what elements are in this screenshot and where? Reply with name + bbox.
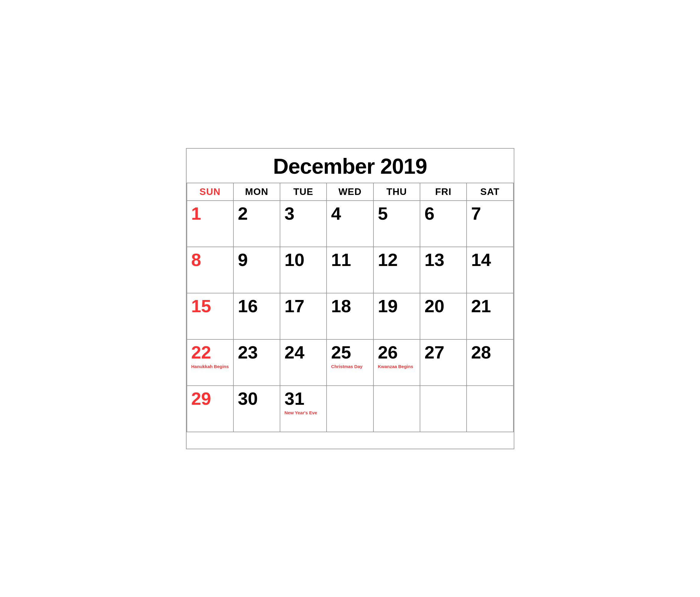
calendar: December 2019 SUNMONTUEWEDTHUFRISAT12345… [186,148,514,449]
day-number: 13 [424,250,462,270]
day-number: 17 [284,296,322,316]
day-cell: 9 [234,247,280,293]
day-header-thu: THU [374,183,420,201]
day-number: 15 [191,296,229,316]
day-cell: 15 [187,293,234,340]
day-cell: 3 [280,201,327,247]
day-cell: 8 [187,247,234,293]
day-cell: 29 [187,386,234,432]
day-cell: 16 [234,293,280,340]
day-cell: 21 [467,293,514,340]
day-number: 12 [378,250,416,270]
day-cell: 26Kwanzaa Begins [374,340,420,386]
event-label: Christmas Day [331,364,369,370]
day-cell: 30 [234,386,280,432]
day-cell: 2 [234,201,280,247]
day-header-tue: TUE [280,183,327,201]
footer-row [186,432,514,449]
day-cell: 19 [374,293,420,340]
day-cell: 25Christmas Day [327,340,373,386]
day-cell: 27 [420,340,467,386]
day-cell: 17 [280,293,327,340]
day-cell [327,386,373,432]
day-cell: 11 [327,247,373,293]
day-cell [374,386,420,432]
day-number: 1 [191,204,229,224]
day-number: 27 [424,343,462,363]
day-number: 11 [331,250,369,270]
day-cell [420,386,467,432]
day-number: 18 [331,296,369,316]
day-cell: 1 [187,201,234,247]
day-number: 23 [238,343,276,363]
day-header-mon: MON [234,183,280,201]
day-cell: 5 [374,201,420,247]
day-number: 30 [238,389,276,409]
day-number: 4 [331,204,369,224]
day-number: 5 [378,204,416,224]
day-cell [467,386,514,432]
day-cell: 10 [280,247,327,293]
day-header-fri: FRI [420,183,467,201]
day-cell: 13 [420,247,467,293]
day-cell: 24 [280,340,327,386]
event-label: Hanukkah Begins [191,364,229,370]
day-cell: 4 [327,201,373,247]
day-cell: 31New Year's Eve [280,386,327,432]
day-cell: 7 [467,201,514,247]
day-number: 7 [471,204,509,224]
day-cell: 14 [467,247,514,293]
event-label: Kwanzaa Begins [378,364,416,370]
day-number: 20 [424,296,462,316]
day-cell: 6 [420,201,467,247]
day-cell: 12 [374,247,420,293]
day-cell: 18 [327,293,373,340]
day-header-sat: SAT [467,183,514,201]
day-cell: 20 [420,293,467,340]
day-cell: 28 [467,340,514,386]
day-cell: 22Hanukkah Begins [187,340,234,386]
day-number: 14 [471,250,509,270]
day-number: 31 [284,389,322,409]
day-number: 2 [238,204,276,224]
day-number: 28 [471,343,509,363]
day-number: 9 [238,250,276,270]
calendar-title: December 2019 [186,149,514,183]
day-header-wed: WED [327,183,373,201]
day-number: 22 [191,343,229,363]
day-number: 16 [238,296,276,316]
day-number: 3 [284,204,322,224]
day-number: 26 [378,343,416,363]
day-number: 8 [191,250,229,270]
day-number: 25 [331,343,369,363]
day-number: 6 [424,204,462,224]
day-cell: 23 [234,340,280,386]
day-number: 10 [284,250,322,270]
day-header-sun: SUN [187,183,234,201]
day-number: 21 [471,296,509,316]
day-number: 29 [191,389,229,409]
event-label: New Year's Eve [284,410,322,416]
calendar-grid: SUNMONTUEWEDTHUFRISAT1234567891011121314… [186,183,514,432]
day-number: 19 [378,296,416,316]
day-number: 24 [284,343,322,363]
